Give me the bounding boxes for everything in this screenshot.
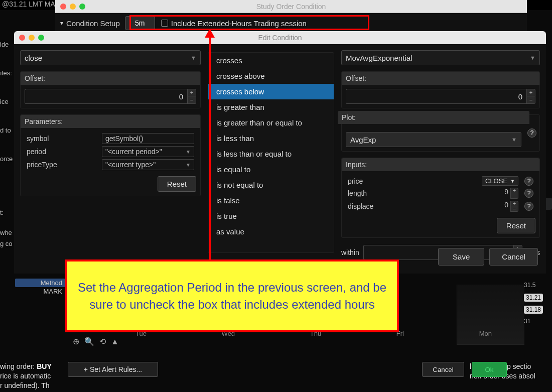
param-value-input[interactable]: "<current type>"▼ (102, 159, 194, 170)
crosshair-icon[interactable]: ⊕ (73, 337, 79, 346)
cancel-button[interactable]: Cancel (489, 248, 538, 266)
pointer-icon[interactable]: ▲ (111, 337, 119, 346)
operator-item[interactable]: crosses (208, 53, 334, 68)
bg-left-strip: ide ıles: ice d to orce t: whe g co (0, 10, 13, 392)
chevron-down-icon: ▼ (186, 149, 191, 155)
left-panel: close▼ Offset: 0 + − Parameters: symbolg… (20, 50, 201, 268)
operator-item[interactable]: is false (208, 193, 334, 208)
bg-day-label: Mon (479, 330, 492, 337)
chevron-down-icon: ▼ (186, 162, 191, 168)
operator-item[interactable]: is less than (208, 130, 334, 146)
left-reset-button[interactable]: Reset (158, 176, 196, 192)
right-offset-decrement-button[interactable]: − (526, 96, 535, 104)
close-icon[interactable] (19, 35, 25, 41)
operator-item[interactable]: crosses below (208, 84, 334, 99)
operator-item[interactable]: is true (208, 208, 334, 224)
help-icon[interactable]: ? (524, 189, 533, 198)
offset-input[interactable]: 0 (25, 89, 187, 104)
back-window-title: Study Order Condition (256, 3, 326, 11)
bg-side-frag: t: (0, 198, 13, 227)
param-row: priceType"<current type>"▼ (25, 158, 196, 171)
operator-item[interactable]: is greater than or equal to (208, 115, 334, 130)
bg-price-scale: 31 (522, 318, 552, 330)
condition-setup-label: Condition Setup (66, 19, 120, 28)
help-icon[interactable]: ? (524, 177, 533, 186)
bg-side-frag: d to (0, 116, 13, 145)
param-row: symbolgetSymbol() (25, 132, 196, 145)
operator-item[interactable]: is greater than (208, 99, 334, 115)
global-cancel-button[interactable]: Cancel (422, 362, 464, 377)
annotation-arrow (209, 30, 211, 260)
set-alert-rules-button[interactable]: + Set Alert Rules... (68, 362, 158, 377)
edit-condition-window: Edit Condition close▼ Offset: 0 + − Para… (14, 31, 546, 274)
param-key: symbol (25, 132, 100, 145)
back-title-bar[interactable]: Study Order Condition (55, 0, 527, 13)
right-study-select[interactable]: MovAvgExponential▼ (341, 50, 540, 65)
help-icon[interactable]: ? (524, 202, 533, 211)
bg-side-frag: orce (0, 145, 13, 173)
save-button[interactable]: Save (438, 248, 484, 266)
inputs-section-title: Inputs: (342, 158, 539, 171)
chevron-down-icon: ▼ (510, 179, 515, 184)
global-ok-button[interactable]: Ok (472, 362, 507, 377)
operator-item[interactable]: is less than or equal to (208, 146, 334, 162)
bg-side-frag: ide (0, 30, 13, 59)
bg-mark-label: MARK (15, 287, 65, 296)
front-title-bar[interactable]: Edit Condition (14, 31, 546, 44)
chevron-down-icon: ▼ (511, 137, 517, 143)
annotation-callout: Set the Aggregation Period in the previo… (65, 259, 399, 332)
close-icon[interactable] (60, 4, 66, 10)
input-row: length9+−? (346, 187, 535, 200)
input-value[interactable]: 0 (504, 201, 508, 212)
help-icon[interactable]: ? (527, 128, 536, 138)
aggregation-period-selector[interactable]: 5m (125, 16, 155, 30)
extended-hours-label: Include Extended-Hours Trading session (171, 19, 307, 28)
zoom-icon[interactable]: 🔍 (84, 337, 94, 346)
within-label: within (341, 248, 359, 256)
bg-side-frag: g co (0, 238, 13, 249)
right-panel: MovAvgExponential▼ Offset: 0 + − Plot: (341, 50, 540, 268)
operator-panel: crossescrosses abovecrosses belowis grea… (208, 50, 334, 268)
parameters-section-title: Parameters: (21, 115, 200, 128)
input-key: displace (346, 200, 420, 213)
operator-item[interactable]: is not equal to (208, 177, 334, 193)
plot-select[interactable]: AvgExp▼ (346, 132, 521, 147)
operator-item[interactable]: crosses above (208, 68, 334, 84)
param-value-input[interactable]: getSymbol() (102, 133, 194, 144)
right-offset-input[interactable]: 0 (346, 89, 526, 104)
bg-side-frag: ice (0, 87, 13, 116)
minimize-icon[interactable] (29, 35, 35, 41)
front-window-title: Edit Condition (258, 34, 302, 42)
bg-price-scale: 31.5 (522, 282, 552, 294)
input-key: price (346, 175, 420, 187)
operator-item[interactable]: as value (208, 224, 334, 239)
operator-item[interactable]: is equal to (208, 162, 334, 177)
input-value-select[interactable]: CLOSE▼ (482, 176, 518, 186)
extended-hours-checkbox[interactable] (161, 20, 168, 27)
offset-increment-button[interactable]: + (187, 89, 196, 96)
chevron-down-icon: ▼ (530, 55, 535, 61)
input-row: displace0+−? (346, 200, 535, 213)
param-value-input[interactable]: "<current period>"▼ (102, 146, 194, 157)
decrement-button[interactable]: − (510, 193, 518, 199)
right-reset-button[interactable]: Reset (497, 218, 535, 233)
param-key: priceType (25, 158, 100, 171)
input-key: length (346, 187, 420, 200)
input-value[interactable]: 9 (504, 188, 508, 199)
chevron-down-icon: ▼ (191, 55, 196, 61)
param-row: period"<current period>"▼ (25, 145, 196, 158)
right-offset-increment-button[interactable]: + (526, 89, 535, 96)
right-offset-section-title: Offset: (342, 72, 539, 85)
minimize-icon[interactable] (70, 4, 76, 10)
chevron-down-icon[interactable]: ▾ (60, 20, 63, 27)
reset-zoom-icon[interactable]: ⟲ (99, 337, 106, 346)
left-study-select[interactable]: close▼ (20, 50, 201, 65)
bg-side-frag: ıles: (0, 59, 13, 87)
plot-section-title: Plot: (338, 111, 529, 124)
maximize-icon[interactable] (38, 35, 44, 41)
maximize-icon[interactable] (79, 4, 85, 10)
offset-decrement-button[interactable]: − (187, 96, 196, 104)
bg-side-frag: whe (0, 227, 13, 238)
bg-method-label: Method (15, 279, 65, 287)
decrement-button[interactable]: − (510, 206, 518, 212)
